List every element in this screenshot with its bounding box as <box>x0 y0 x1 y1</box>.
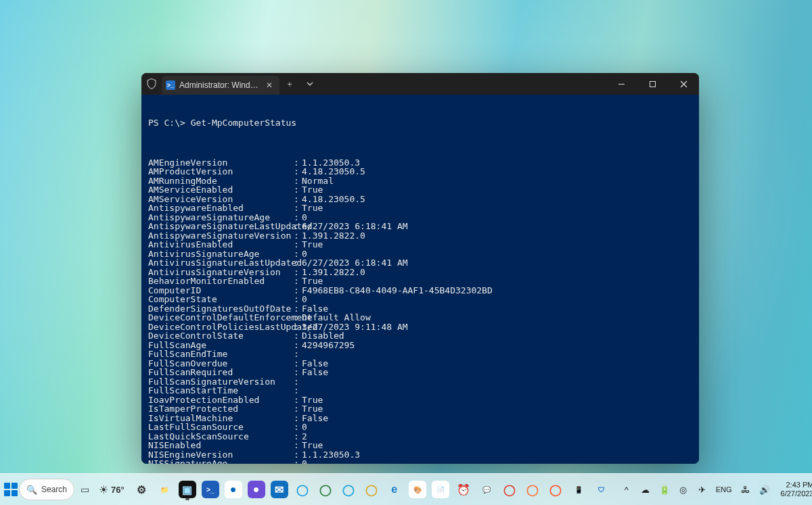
output-separator: : <box>294 404 302 414</box>
taskbar-chat[interactable]: 💬 <box>475 477 498 502</box>
taskbar-task-view[interactable]: ▭ <box>76 477 93 502</box>
minimize-button[interactable] <box>606 73 637 95</box>
taskbar-paint[interactable]: 🎨 <box>406 477 429 502</box>
terminal-icon: ▣ <box>179 481 196 498</box>
output-key: AMRunningMode <box>148 176 294 186</box>
output-separator: : <box>294 268 302 277</box>
output-block: AMEngineVersion: 1.1.23050.3AMProductVer… <box>148 158 692 464</box>
taskbar-powershell[interactable]: >_ <box>199 477 222 502</box>
prompt: PS C:\> <box>148 118 191 128</box>
terminal-tab[interactable]: >_ Administrator: Windows Powe ✕ <box>162 76 279 95</box>
power-icon[interactable]: 🔋 <box>658 485 671 495</box>
taskbar-outlook[interactable]: ✉ <box>268 477 291 502</box>
start-button[interactable] <box>4 477 18 502</box>
taskbar-weather[interactable]: ☀ 76° <box>95 478 129 501</box>
output-row: FullScanRequired: False <box>148 368 692 377</box>
terminal-output[interactable]: PS C:\> Get-MpComputerStatus AMEngineVer… <box>141 95 699 464</box>
language-indicator[interactable]: ENG <box>715 485 734 494</box>
search-box[interactable]: 🔍 Search <box>19 479 74 500</box>
output-row: AntispywareSignatureLastUpdated: 6/27/20… <box>148 222 692 231</box>
output-separator: : <box>294 459 302 464</box>
output-value: F4968EB8-C840-4049-AAF1-45B4D32302BD <box>302 285 493 295</box>
output-separator: : <box>294 395 302 405</box>
output-value: False <box>302 367 328 377</box>
network-icon[interactable]: 🖧 <box>739 485 752 495</box>
taskbar-settings[interactable]: ⚙ <box>130 477 153 502</box>
output-row: AntivirusSignatureAge: 0 <box>148 249 692 259</box>
output-key: NISEngineVersion <box>148 450 294 460</box>
taskbar-defender[interactable]: 🛡 <box>590 477 613 502</box>
edge-dev-icon: ◯ <box>317 481 334 498</box>
output-row: AntivirusSignatureVersion: 1.391.2822.0 <box>148 268 692 277</box>
output-row: FullScanOverdue: False <box>148 359 692 368</box>
onedrive-icon[interactable]: ☁ <box>639 485 652 495</box>
output-separator: : <box>294 176 302 186</box>
output-row: ComputerState: 0 <box>148 295 692 304</box>
tab-dropdown-button[interactable] <box>300 73 320 95</box>
output-separator: : <box>294 213 302 222</box>
output-separator: : <box>294 313 302 322</box>
output-key: AntivirusSignatureLastUpdated <box>148 258 294 268</box>
system-tray: ^ ☁ 🔋 ◎ ✈ ENG 🖧 🔊 2:43 PM 6/27/2023 <box>616 481 812 498</box>
output-key: DeviceControlState <box>148 331 294 341</box>
taskbar-clock[interactable]: 2:43 PM 6/27/2023 <box>777 481 812 498</box>
sound-icon[interactable]: 🔊 <box>758 485 771 495</box>
output-separator: : <box>294 249 302 259</box>
prompt-line: PS C:\> Get-MpComputerStatus <box>148 118 692 128</box>
outlook-icon: ✉ <box>271 481 288 498</box>
titlebar-drag-area[interactable] <box>320 73 606 95</box>
output-row: DeviceControlPoliciesLastUpdated: 3/27/2… <box>148 322 692 332</box>
new-tab-button[interactable]: ＋ <box>279 73 300 95</box>
taskbar-edge-legacy[interactable]: e <box>383 477 406 502</box>
file-explorer-icon: 📁 <box>156 481 173 498</box>
close-button[interactable] <box>668 73 699 95</box>
taskbar-firefox[interactable]: ◯ <box>521 477 544 502</box>
taskbar-chrome[interactable]: ◯ <box>498 477 521 502</box>
output-row: DefenderSignaturesOutOfDate: False <box>148 304 692 314</box>
search-icon: 🔍 <box>26 485 37 495</box>
taskbar-ms-store[interactable]: ● <box>222 477 245 502</box>
chrome-icon: ◯ <box>501 481 518 498</box>
clock-date: 6/27/2023 <box>781 489 812 498</box>
taskbar-notepad[interactable]: 📄 <box>429 477 452 502</box>
output-key: IsVirtualMachine <box>148 414 294 423</box>
output-separator: : <box>294 195 302 204</box>
output-row: AntispywareSignatureVersion: 1.391.2822.… <box>148 231 692 241</box>
output-key: AMEngineVersion <box>148 158 294 168</box>
taskbar-edge[interactable]: ◯ <box>291 477 314 502</box>
output-separator: : <box>294 359 302 368</box>
output-separator: : <box>294 295 302 304</box>
output-separator: : <box>294 158 302 168</box>
taskbar-terminal[interactable]: ▣ <box>176 477 199 502</box>
output-key: AntispywareEnabled <box>148 203 294 213</box>
taskbar-clock[interactable]: ⏰ <box>452 477 475 502</box>
taskbar-brave[interactable]: ◯ <box>544 477 567 502</box>
output-key: IsTamperProtected <box>148 404 294 414</box>
output-key: AntivirusEnabled <box>148 240 294 249</box>
taskbar-edge-dev[interactable]: ◯ <box>314 477 337 502</box>
taskbar-edge-canary[interactable]: ◯ <box>360 477 383 502</box>
telegram-icon[interactable]: ✈ <box>696 485 709 495</box>
output-separator: : <box>294 350 302 359</box>
output-key: AMProductVersion <box>148 167 294 176</box>
output-key: FullScanAge <box>148 341 294 350</box>
tab-close-button[interactable]: ✕ <box>265 80 274 90</box>
output-row: LastFullScanSource: 0 <box>148 423 692 432</box>
window-titlebar[interactable]: >_ Administrator: Windows Powe ✕ ＋ <box>141 73 699 95</box>
output-key: ComputerID <box>148 286 294 295</box>
output-row: IoavProtectionEnabled: True <box>148 395 692 405</box>
taskbar-app-preview[interactable]: ● <box>245 477 268 502</box>
output-key: LastFullScanSource <box>148 423 294 432</box>
output-key: FullScanOverdue <box>148 359 294 368</box>
taskbar-phone-link[interactable]: 📱 <box>567 477 590 502</box>
tab-title: Administrator: Windows Powe <box>179 80 261 90</box>
meet-now-icon[interactable]: ◎ <box>677 485 690 495</box>
output-row: AMProductVersion: 4.18.23050.5 <box>148 167 692 176</box>
output-row: FullScanStartTime: <box>148 386 692 395</box>
taskbar-file-explorer[interactable]: 📁 <box>153 477 176 502</box>
taskbar-edge-beta[interactable]: ◯ <box>337 477 360 502</box>
output-key: FullScanEndTime <box>148 350 294 359</box>
maximize-button[interactable] <box>637 73 668 95</box>
output-row: AMEngineVersion: 1.1.23050.3 <box>148 158 692 168</box>
tray-overflow-button[interactable]: ^ <box>620 485 633 495</box>
